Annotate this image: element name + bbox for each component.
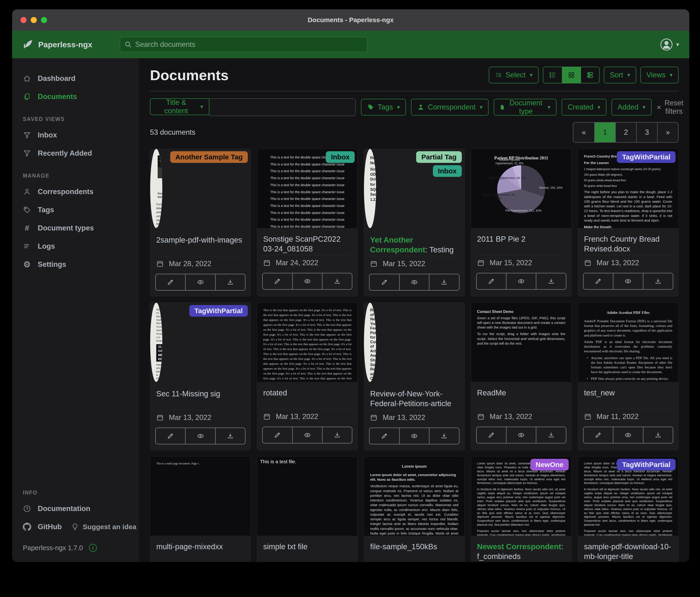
sidebar-item-settings[interactable]: ⚙ Settings <box>12 255 139 273</box>
document-thumbnail[interactable]: Lorem ipsumLorem ipsum dolor sit amet, c… <box>364 456 464 536</box>
tag-badge[interactable]: Another Sample Tag <box>170 151 248 163</box>
tag-badge[interactable]: Inbox <box>433 165 462 177</box>
tag-badge[interactable]: Inbox <box>326 151 355 163</box>
document-thumbnail[interactable]: Application for Medical Staff MembersGoo… <box>150 303 162 382</box>
document-card[interactable]: Lorem ipsumLorem ipsum dolor sit amet, c… <box>364 456 465 562</box>
document-card[interactable]: Boundary Waters TripGoogle EarthCurabitu… <box>150 149 251 296</box>
document-thumbnail[interactable]: Review of New York Federal Petitions for… <box>364 303 376 382</box>
document-card[interactable]: This is a multi page document. Page 1. m… <box>150 456 251 562</box>
edit-button[interactable] <box>370 428 399 444</box>
sidebar-item-github[interactable]: GitHub <box>12 518 62 536</box>
document-title[interactable]: Sonstige ScanPC2022 03-24_081058 <box>257 228 357 255</box>
document-title[interactable]: 2011 BP Pie 2 <box>471 228 572 255</box>
filter-added-button[interactable]: Added <box>611 99 652 116</box>
list-view-button[interactable] <box>543 67 562 83</box>
preview-button[interactable] <box>185 274 215 290</box>
select-button[interactable]: Select <box>489 67 539 83</box>
document-correspondent[interactable]: Yet Another Correspondent <box>370 236 427 254</box>
sidebar-item-tags[interactable]: Tags <box>12 201 139 219</box>
document-card[interactable]: This is a test file. simple txt file <box>257 456 358 562</box>
document-title[interactable]: rotated <box>257 382 357 409</box>
user-menu[interactable]: ▾ <box>660 38 679 51</box>
edit-button[interactable] <box>156 428 185 444</box>
detail-view-button[interactable] <box>580 67 599 83</box>
document-title[interactable]: sample-pdf-download-10-mb-longer-title <box>578 536 678 562</box>
edit-button[interactable] <box>583 273 613 289</box>
search-input[interactable] <box>135 40 363 49</box>
sidebar-item-dashboard[interactable]: Dashboard <box>12 69 139 88</box>
download-button[interactable] <box>643 273 673 289</box>
filter-field-button[interactable]: Title & content <box>150 98 209 115</box>
document-title[interactable]: file-sample_150kBs <box>364 536 464 562</box>
search-box[interactable] <box>120 37 368 52</box>
document-title[interactable]: 2sample-pdf-with-images <box>150 229 251 256</box>
pagination-prev-button[interactable]: « <box>573 123 594 142</box>
download-button[interactable] <box>429 428 459 444</box>
filter-created-button[interactable]: Created <box>562 99 606 116</box>
sidebar-item-correspondents[interactable]: Correspondents <box>12 183 139 201</box>
document-thumbnail[interactable]: This is a multi page document. Page 1. <box>150 456 251 536</box>
document-card[interactable]: This is the text that appears on the fir… <box>257 303 358 450</box>
document-thumbnail[interactable]: Boundary Waters TripGoogle EarthCurabitu… <box>150 149 162 228</box>
edit-button[interactable] <box>263 427 292 443</box>
preview-button[interactable] <box>292 427 322 443</box>
document-card[interactable]: Release NotesSimba ODBC Driver for SQL S… <box>364 149 465 296</box>
pagination-page-button[interactable]: 1 <box>594 123 615 142</box>
document-correspondent[interactable]: Newest Correspondent <box>477 542 563 551</box>
tag-badge[interactable]: TagWithPartial <box>189 305 248 317</box>
tag-badge[interactable]: TagWithPartial <box>617 151 676 163</box>
preview-button[interactable] <box>399 428 429 444</box>
edit-button[interactable] <box>370 274 399 290</box>
tag-badge[interactable]: Partial Tag <box>416 151 461 163</box>
grid-view-button[interactable] <box>562 67 580 83</box>
pagination-next-button[interactable]: » <box>657 123 678 142</box>
reset-filters-button[interactable]: × Reset filters <box>657 99 683 116</box>
document-card[interactable]: Patient BP Distribution 2011Normal, 150,… <box>471 149 572 296</box>
preview-button[interactable] <box>506 273 536 289</box>
download-button[interactable] <box>215 428 245 444</box>
document-title[interactable]: simple txt file <box>257 536 357 562</box>
edit-button[interactable] <box>156 274 185 290</box>
tag-badge[interactable]: TagWithPartial <box>617 459 676 471</box>
document-title[interactable]: Review-of-New-York-Federal-Petitions-art… <box>364 383 464 410</box>
preview-button[interactable] <box>613 427 643 443</box>
document-card[interactable]: Lorem ipsum dolor sit amet, consectetur … <box>578 456 679 562</box>
document-title[interactable]: French Country Bread Revised.docx <box>578 228 678 255</box>
sidebar-item-documents[interactable]: Documents <box>12 88 139 106</box>
filter-tags-button[interactable]: Tags <box>361 99 406 116</box>
sidebar-item-recently-added[interactable]: Recently Added <box>12 144 139 162</box>
download-button[interactable] <box>536 273 566 289</box>
preview-button[interactable] <box>292 273 322 289</box>
document-title[interactable]: Yet Another Correspondent Testing Email <box>364 229 464 256</box>
info-icon[interactable]: i <box>89 544 97 552</box>
document-title[interactable]: Newest Correspondent f_combineds <box>471 536 572 562</box>
document-thumbnail[interactable]: Contact Sheet DemoGiven a set of image f… <box>471 303 572 382</box>
edit-button[interactable] <box>583 427 613 443</box>
suggest-idea-link[interactable]: Suggest an idea <box>71 523 136 531</box>
document-thumbnail[interactable]: Adobe Acrobat PDF FilesAdobe® Portable D… <box>578 303 678 382</box>
document-thumbnail[interactable]: Patient BP Distribution 2011Normal, 150,… <box>471 149 572 228</box>
filter-correspondent-button[interactable]: Correspondent <box>411 99 489 116</box>
download-button[interactable] <box>322 273 352 289</box>
document-card[interactable]: Lorem ipsum dolor sit amet, consectetur … <box>471 456 572 562</box>
download-button[interactable] <box>643 427 673 443</box>
document-card[interactable]: Adobe Acrobat PDF FilesAdobe® Portable D… <box>578 303 679 450</box>
edit-button[interactable] <box>477 427 506 443</box>
document-card[interactable]: This is a test for the double space char… <box>257 149 358 296</box>
pagination-page-button[interactable]: 2 <box>615 123 636 142</box>
document-title[interactable]: multi-page-mixedxx <box>150 536 251 562</box>
document-thumbnail[interactable]: This is the text that appears on the fir… <box>257 303 357 382</box>
tag-badge[interactable]: NewOne <box>530 459 569 471</box>
sort-button[interactable]: Sort <box>604 67 636 83</box>
app-logo[interactable]: Paperless-ngx <box>22 39 92 50</box>
sidebar-item-documentation[interactable]: ? Documentation <box>12 500 139 518</box>
views-button[interactable]: Views <box>641 67 679 83</box>
document-thumbnail[interactable]: Release NotesSimba ODBC Driver for SQL S… <box>364 149 376 228</box>
download-button[interactable] <box>429 274 459 290</box>
edit-button[interactable] <box>477 273 506 289</box>
document-card[interactable]: French Country BreadFor the Leaven1 heap… <box>578 149 679 296</box>
preview-button[interactable] <box>399 274 429 290</box>
document-title[interactable]: Sec 11-Missing sig <box>150 383 251 410</box>
document-card[interactable]: Review of New York Federal Petitions for… <box>364 303 465 450</box>
document-card[interactable]: Contact Sheet DemoGiven a set of image f… <box>471 303 572 450</box>
